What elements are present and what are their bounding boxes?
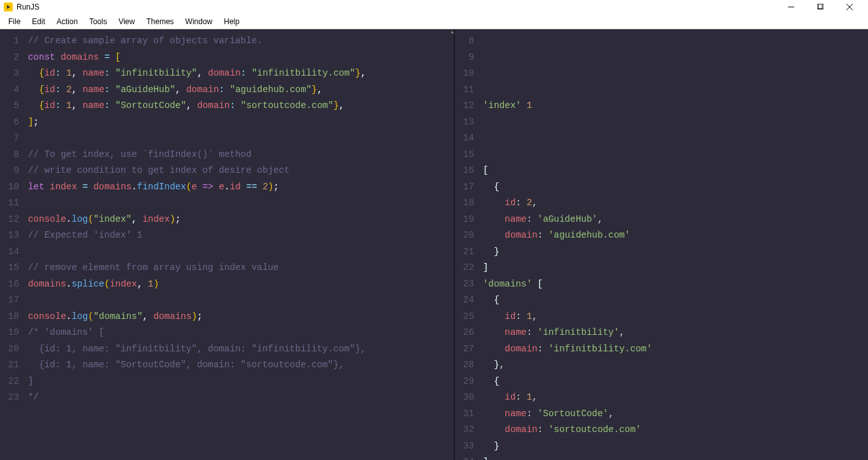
code-line[interactable]: 23'domains' [ [455,276,868,293]
code-content[interactable]: ] [28,374,454,390]
code-line[interactable]: 31 name: 'SortoutCode', [455,406,868,423]
code-content[interactable]: }, [483,357,868,374]
code-content[interactable]: 'domains' [ [483,276,868,293]
code-line[interactable]: 23*/ [0,389,454,406]
code-content[interactable]: { [483,179,868,196]
code-line[interactable]: 15// remove element from array using ind… [0,260,454,276]
code-content[interactable]: let index = domains.findIndex(e => e.id … [28,179,454,196]
code-line[interactable]: 7 [0,130,454,147]
code-content[interactable]: domain: 'sortoutcode.com' [483,422,868,438]
menu-help[interactable]: Help [218,17,245,26]
code-content[interactable]: console.log("domains", domains); [28,309,454,325]
code-content[interactable]: name: 'infinitbility', [483,325,868,341]
code-content[interactable] [483,130,868,147]
code-content[interactable]: {id: 1, name: "SortoutCode", domain: "so… [28,98,454,114]
code-content[interactable]: domains.splice(index, 1) [28,276,454,293]
code-content[interactable] [28,195,454,212]
code-line[interactable]: 12'index' 1 [455,98,868,114]
code-content[interactable]: [ [483,163,868,179]
code-content[interactable]: {id: 1, name: "infinitbility", domain: "… [28,65,454,82]
code-line[interactable]: 14 [0,244,454,260]
code-content[interactable]: const domains = [ [28,50,454,66]
code-line[interactable]: 9 [455,50,868,66]
code-content[interactable] [483,33,868,50]
code-content[interactable] [28,244,454,260]
code-line[interactable]: 10let index = domains.findIndex(e => e.i… [0,179,454,196]
menu-themes[interactable]: Themes [140,17,179,26]
code-line[interactable]: 18console.log("domains", domains); [0,309,454,325]
code-line[interactable]: 33 } [455,438,868,455]
code-content[interactable]: 'index' 1 [483,98,868,114]
code-line[interactable]: 15 [455,147,868,163]
code-line[interactable]: 22] [0,374,454,390]
code-line[interactable]: 12console.log("index", index); [0,212,454,228]
pane-divider[interactable] [454,29,455,460]
code-line[interactable]: 2const domains = [ [0,50,454,66]
code-line[interactable]: 25 id: 1, [455,309,868,325]
code-line[interactable]: 10 [455,65,868,82]
code-content[interactable]: console.log("index", index); [28,212,454,228]
code-content[interactable]: domain: 'aguidehub.com' [483,227,868,244]
code-line[interactable]: 21 } [455,244,868,260]
code-content[interactable]: // To get index, use `findIndex()` metho… [28,147,454,163]
code-line[interactable]: 27 domain: 'infinitbility.com' [455,341,868,358]
code-line[interactable]: 19 name: 'aGuideHub', [455,212,868,228]
code-content[interactable]: // write condition to get index of desir… [28,163,454,179]
code-content[interactable]: domain: 'infinitbility.com' [483,341,868,358]
menu-window[interactable]: Window [180,17,219,26]
code-line[interactable]: 21 {id: 1, name: "SortoutCode", domain: … [0,357,454,374]
menu-action[interactable]: Action [51,17,83,26]
minimize-button[interactable] [776,0,806,14]
code-line[interactable]: 5 {id: 1, name: "SortoutCode", domain: "… [0,98,454,114]
code-line[interactable]: 14 [455,130,868,147]
code-line[interactable]: 20 {id: 1, name: "infinitbility", domain… [0,341,454,358]
code-line[interactable]: 11 [0,195,454,212]
output-pane[interactable]: 89101112'index' 113141516[17 {18 id: 2,1… [455,29,868,460]
code-content[interactable]: name: 'aGuideHub', [483,212,868,228]
code-content[interactable]: {id: 1, name: "infinitbility", domain: "… [28,341,454,358]
code-line[interactable]: 16[ [455,163,868,179]
menu-view[interactable]: View [112,17,140,26]
code-content[interactable]: // remove element from array using index… [28,260,454,276]
code-content[interactable]: // Create sample array of objects variab… [28,33,454,50]
code-content[interactable] [483,114,868,131]
code-content[interactable]: } [483,438,868,455]
code-content[interactable]: { [483,374,868,390]
menu-file[interactable]: File [3,17,26,26]
code-line[interactable]: 29 { [455,374,868,390]
editor-pane[interactable]: 1// Create sample array of objects varia… [0,29,454,460]
code-line[interactable]: 17 { [455,179,868,196]
code-content[interactable]: id: 1, [483,389,868,406]
code-line[interactable]: 19/* 'domains' [ [0,325,454,341]
code-line[interactable]: 18 id: 2, [455,195,868,212]
code-line[interactable]: 8// To get index, use `findIndex()` meth… [0,147,454,163]
code-line[interactable]: 16domains.splice(index, 1) [0,276,454,293]
menu-edit[interactable]: Edit [26,17,51,26]
code-content[interactable]: */ [28,389,454,406]
code-content[interactable]: } [483,244,868,260]
code-content[interactable] [483,82,868,98]
code-content[interactable]: name: 'SortoutCode', [483,406,868,423]
menu-tools[interactable]: Tools [83,17,112,26]
code-line[interactable]: 30 id: 1, [455,389,868,406]
code-line[interactable]: 26 name: 'infinitbility', [455,325,868,341]
code-line[interactable]: 3 {id: 1, name: "infinitbility", domain:… [0,65,454,82]
code-content[interactable]: ] [483,260,868,276]
close-button[interactable] [835,0,864,14]
code-content[interactable] [28,130,454,147]
code-content[interactable]: id: 2, [483,195,868,212]
code-content[interactable]: // Expected 'index' 1 [28,227,454,244]
code-line[interactable]: 28 }, [455,357,868,374]
code-line[interactable]: 1// Create sample array of objects varia… [0,33,454,50]
code-content[interactable]: id: 1, [483,309,868,325]
code-line[interactable]: 13// Expected 'index' 1 [0,227,454,244]
code-line[interactable]: 34] [455,454,868,460]
code-content[interactable] [483,50,868,66]
code-content[interactable]: /* 'domains' [ [28,325,454,341]
code-line[interactable]: 13 [455,114,868,131]
code-line[interactable]: 4 {id: 2, name: "aGuideHub", domain: "ag… [0,82,454,98]
code-line[interactable]: 8 [455,33,868,50]
code-line[interactable]: 32 domain: 'sortoutcode.com' [455,422,868,438]
titlebar[interactable]: RunJS [0,0,868,14]
code-line[interactable]: 9// write condition to get index of desi… [0,163,454,179]
